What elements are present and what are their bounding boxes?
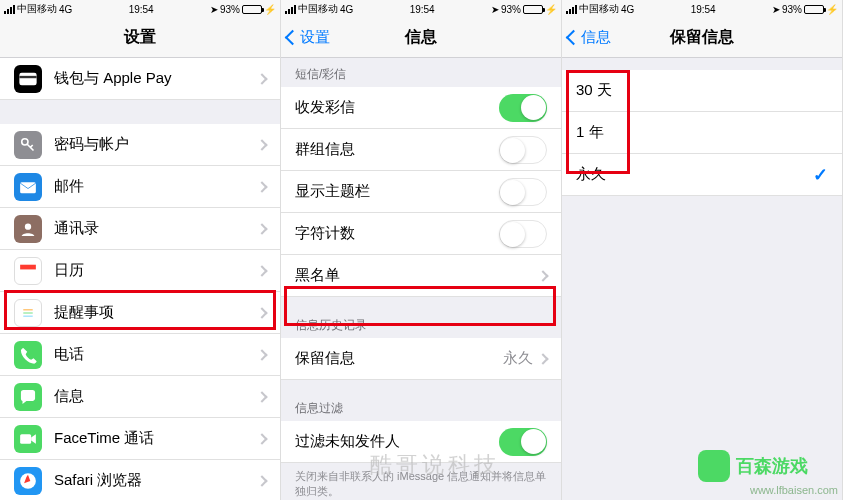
option-row[interactable]: 1 年	[562, 112, 842, 154]
chevron-right-icon	[256, 433, 267, 444]
row-label: 密码与帐户	[54, 135, 258, 154]
battery-icon	[242, 5, 262, 14]
battery-pct: 93%	[501, 4, 521, 15]
row-label: 提醒事项	[54, 303, 258, 322]
network-label: 4G	[59, 4, 72, 15]
svg-rect-6	[20, 264, 36, 269]
option-label: 永久	[576, 165, 813, 184]
settings-row-messages[interactable]: 信息	[0, 376, 280, 418]
charging-icon: ⚡	[264, 4, 276, 15]
chevron-right-icon	[256, 139, 267, 150]
facetime-icon	[14, 425, 42, 453]
section-header: 信息过滤	[281, 392, 561, 421]
chevron-left-icon	[285, 30, 301, 46]
location-icon: ➤	[772, 4, 780, 15]
section-header: 短信/彩信	[281, 58, 561, 87]
setting-row[interactable]: 黑名单	[281, 255, 561, 297]
chevron-right-icon	[537, 353, 548, 364]
toggle-switch[interactable]	[499, 178, 547, 206]
setting-row[interactable]: 字符计数	[281, 213, 561, 255]
watermark-text: 酷哥说科技	[370, 450, 500, 480]
chevron-right-icon	[537, 270, 548, 281]
nav-bar: 设置	[0, 18, 280, 58]
option-row[interactable]: 永久✓	[562, 154, 842, 196]
row-label: 显示主题栏	[295, 182, 499, 201]
calendar-icon	[14, 257, 42, 285]
settings-row-wallet[interactable]: 钱包与 Apple Pay	[0, 58, 280, 100]
settings-row-calendar[interactable]: 日历	[0, 250, 280, 292]
setting-row[interactable]: 保留信息永久	[281, 338, 561, 380]
carrier-label: 中国移动	[579, 2, 619, 16]
row-label: 黑名单	[295, 266, 539, 285]
svg-rect-3	[20, 182, 36, 193]
toggle-switch[interactable]	[499, 94, 547, 122]
toggle-switch[interactable]	[499, 220, 547, 248]
time-label: 19:54	[129, 4, 154, 15]
watermark-url: www.lfbaisen.com	[750, 484, 838, 496]
chevron-left-icon	[566, 30, 582, 46]
toggle-switch[interactable]	[499, 428, 547, 456]
page-title: 设置	[124, 27, 156, 48]
safari-icon	[14, 467, 42, 495]
battery-icon	[804, 5, 824, 14]
keep-messages-screen: 中国移动 4G 19:54 ➤ 93% ⚡ 信息 保留信息 30 天1 年永久✓	[562, 0, 843, 500]
chevron-right-icon	[256, 349, 267, 360]
back-label: 设置	[300, 28, 330, 47]
row-label: 通讯录	[54, 219, 258, 238]
status-bar: 中国移动 4G 19:54 ➤ 93% ⚡	[0, 0, 280, 18]
toggle-switch[interactable]	[499, 136, 547, 164]
brand-logo: 百森游戏	[698, 450, 808, 482]
network-label: 4G	[340, 4, 353, 15]
messages-icon	[14, 383, 42, 411]
reminders-icon	[14, 299, 42, 327]
setting-row[interactable]: 显示主题栏	[281, 171, 561, 213]
row-label: 过滤未知发件人	[295, 432, 499, 451]
chevron-right-icon	[256, 181, 267, 192]
option-label: 1 年	[576, 123, 828, 142]
back-button[interactable]: 设置	[287, 28, 330, 47]
settings-screen: 中国移动 4G 19:54 ➤ 93% ⚡ 设置 钱包与 Apple Pay密码…	[0, 0, 281, 500]
back-label: 信息	[581, 28, 611, 47]
page-title: 保留信息	[670, 27, 734, 48]
row-label: 收发彩信	[295, 98, 499, 117]
settings-row-phone[interactable]: 电话	[0, 334, 280, 376]
svg-point-4	[25, 223, 31, 229]
carrier-label: 中国移动	[298, 2, 338, 16]
settings-row-facetime[interactable]: FaceTime 通话	[0, 418, 280, 460]
location-icon: ➤	[210, 4, 218, 15]
signal-icon	[566, 5, 577, 14]
nav-bar: 信息 保留信息	[562, 18, 842, 58]
settings-row-safari[interactable]: Safari 浏览器	[0, 460, 280, 500]
messages-settings-screen: 中国移动 4G 19:54 ➤ 93% ⚡ 设置 信息 短信/彩信收发彩信群组信…	[281, 0, 562, 500]
charging-icon: ⚡	[826, 4, 838, 15]
row-label: 邮件	[54, 177, 258, 196]
settings-row-contacts[interactable]: 通讯录	[0, 208, 280, 250]
svg-rect-0	[19, 72, 36, 85]
setting-row[interactable]: 收发彩信	[281, 87, 561, 129]
chevron-right-icon	[256, 391, 267, 402]
back-button[interactable]: 信息	[568, 28, 611, 47]
mail-icon	[14, 173, 42, 201]
carrier-label: 中国移动	[17, 2, 57, 16]
row-label: 保留信息	[295, 349, 503, 368]
key-icon	[14, 131, 42, 159]
row-value: 永久	[503, 349, 533, 368]
signal-icon	[4, 5, 15, 14]
wallet-icon	[14, 65, 42, 93]
settings-row-reminders[interactable]: 提醒事项	[0, 292, 280, 334]
settings-row-key[interactable]: 密码与帐户	[0, 124, 280, 166]
status-bar: 中国移动 4G 19:54 ➤ 93% ⚡	[562, 0, 842, 18]
chevron-right-icon	[256, 223, 267, 234]
charging-icon: ⚡	[545, 4, 557, 15]
settings-row-mail[interactable]: 邮件	[0, 166, 280, 208]
status-bar: 中国移动 4G 19:54 ➤ 93% ⚡	[281, 0, 561, 18]
row-label: 字符计数	[295, 224, 499, 243]
contacts-icon	[14, 215, 42, 243]
battery-pct: 93%	[220, 4, 240, 15]
row-label: 钱包与 Apple Pay	[54, 69, 258, 88]
option-row[interactable]: 30 天	[562, 70, 842, 112]
setting-row[interactable]: 群组信息	[281, 129, 561, 171]
svg-rect-1	[19, 75, 36, 77]
battery-pct: 93%	[782, 4, 802, 15]
chevron-right-icon	[256, 73, 267, 84]
